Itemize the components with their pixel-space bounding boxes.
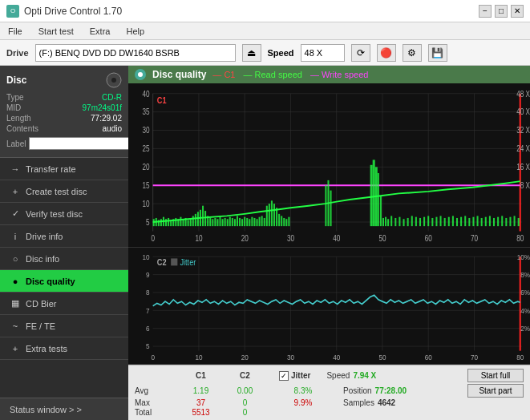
save-icon[interactable]: 💾 [428, 44, 447, 62]
speed-value-display: 7.94 X [353, 371, 376, 380]
app-title: Opti Drive Control 1.70 [24, 6, 122, 17]
svg-text:48 X: 48 X [516, 90, 530, 99]
sidebar-item-label: Drive info [26, 232, 63, 241]
maximize-button[interactable]: □ [495, 5, 508, 18]
svg-rect-183 [171, 258, 177, 265]
svg-text:32 X: 32 X [516, 127, 530, 135]
sidebar-item-cd-bier[interactable]: ▦ CD Bier [0, 293, 128, 315]
svg-rect-70 [214, 218, 216, 226]
sidebar-item-disc-quality[interactable]: ● Disc quality [0, 270, 128, 293]
menu-start-test[interactable]: Start test [34, 25, 79, 38]
speed-icon-3[interactable]: ⚙ [403, 44, 422, 62]
svg-rect-133 [477, 216, 479, 226]
menu-help[interactable]: Help [121, 25, 149, 38]
sidebar-item-drive-info[interactable]: i Drive info [0, 225, 128, 248]
svg-text:10: 10 [195, 234, 202, 243]
drive-icons: ⏏ [242, 44, 261, 62]
contents-value: audio [103, 124, 122, 133]
svg-text:Jitter: Jitter [180, 258, 196, 267]
svg-text:30: 30 [287, 353, 294, 361]
svg-rect-123 [435, 217, 437, 226]
drive-selector[interactable]: (F:) BENQ DVD DD DW1640 BSRB [35, 44, 236, 62]
svg-text:80: 80 [516, 234, 524, 243]
minimize-button[interactable]: − [479, 5, 492, 18]
sidebar-item-fe-te[interactable]: ~ FE / TE [0, 315, 128, 337]
svg-text:5: 5 [146, 342, 150, 350]
titlebar-left: O Opti Drive Control 1.70 [6, 5, 122, 18]
label-label: Label [6, 139, 26, 148]
sidebar-item-label: FE / TE [26, 321, 55, 331]
svg-text:60: 60 [425, 234, 432, 243]
speed-icon-2[interactable]: 🔴 [377, 44, 396, 62]
svg-rect-81 [241, 219, 243, 226]
svg-rect-71 [216, 219, 218, 226]
svg-text:6%: 6% [520, 289, 530, 297]
svg-rect-129 [460, 217, 462, 226]
sidebar-item-label: Verify test disc [26, 209, 83, 219]
svg-rect-85 [251, 217, 253, 226]
svg-rect-66 [204, 211, 206, 226]
svg-text:40 X: 40 X [516, 108, 530, 117]
max-row: Max 37 0 9.9% Samples 4642 [135, 398, 524, 407]
close-button[interactable]: ✕ [511, 5, 524, 18]
nav-items: → Transfer rate + Create test disc ✓ Ver… [0, 158, 128, 398]
svg-rect-143 [518, 218, 520, 226]
sidebar-item-extra-tests[interactable]: + Extra tests [0, 337, 128, 360]
svg-rect-88 [259, 217, 261, 226]
sidebar: Disc Type CD-R MID 97m24s01f Length 77:2… [0, 66, 128, 420]
svg-rect-100 [288, 217, 289, 226]
svg-rect-55 [177, 219, 179, 226]
disc-title: Disc [6, 75, 26, 86]
svg-rect-122 [431, 218, 433, 226]
start-full-button[interactable]: Start full [467, 369, 524, 382]
disc-quality-icon: ● [10, 276, 21, 287]
svg-rect-62 [195, 214, 196, 226]
speed-selector[interactable]: 48 X [301, 44, 345, 62]
svg-text:5: 5 [146, 218, 150, 227]
extra-tests-icon: + [10, 343, 21, 354]
total-c2: 0 [223, 408, 267, 417]
svg-rect-60 [190, 219, 192, 226]
svg-rect-53 [172, 219, 174, 226]
menu-file[interactable]: File [3, 25, 27, 38]
svg-text:40: 40 [333, 234, 340, 243]
sidebar-item-verify-test-disc[interactable]: ✓ Verify test disc [0, 203, 128, 225]
start-part-button[interactable]: Start part [467, 384, 524, 398]
svg-rect-68 [209, 218, 211, 226]
svg-rect-63 [197, 212, 199, 226]
drivebar: Drive (F:) BENQ DVD DD DW1640 BSRB ⏏ Spe… [0, 40, 530, 66]
svg-rect-94 [273, 204, 275, 226]
speed-label-display: Speed [326, 371, 350, 380]
max-label: Max [135, 398, 179, 407]
charts-area: 40 35 30 25 20 15 10 5 48 X 40 X 32 X 24… [128, 83, 530, 365]
svg-rect-105 [373, 160, 375, 226]
sidebar-item-create-test-disc[interactable]: + Create test disc [0, 180, 128, 203]
sidebar-item-transfer-rate[interactable]: → Transfer rate [0, 158, 128, 180]
eject-button[interactable]: ⏏ [242, 44, 261, 62]
cd-bier-icon: ▦ [10, 298, 21, 309]
sidebar-item-disc-info[interactable]: ○ Disc info [0, 248, 128, 270]
svg-rect-98 [283, 218, 285, 226]
svg-rect-65 [202, 206, 204, 226]
jitter-header: Jitter [291, 371, 310, 380]
svg-rect-82 [244, 217, 245, 226]
svg-rect-91 [266, 206, 268, 226]
svg-text:0: 0 [151, 234, 155, 243]
total-label: Total [135, 408, 179, 417]
svg-rect-121 [427, 216, 429, 226]
svg-rect-75 [227, 219, 229, 226]
disc-contents-row: Contents audio [6, 124, 122, 133]
svg-rect-120 [423, 217, 425, 226]
label-input[interactable] [29, 137, 136, 150]
svg-rect-128 [456, 218, 458, 226]
jitter-checkbox[interactable]: ✓ [279, 371, 289, 381]
svg-rect-138 [497, 217, 499, 226]
speed-icon-1[interactable]: ⟳ [351, 44, 370, 62]
c2-chart: 10 9 8 7 6 5 10% 8% 6% 4% 2% 0 10 [128, 248, 530, 365]
svg-rect-110 [385, 217, 386, 226]
speed-label: Speed [268, 48, 294, 58]
svg-text:20: 20 [241, 234, 249, 243]
status-window-button[interactable]: Status window > > [0, 398, 128, 420]
sidebar-item-label: Disc info [26, 254, 59, 264]
menu-extra[interactable]: Extra [85, 25, 115, 38]
